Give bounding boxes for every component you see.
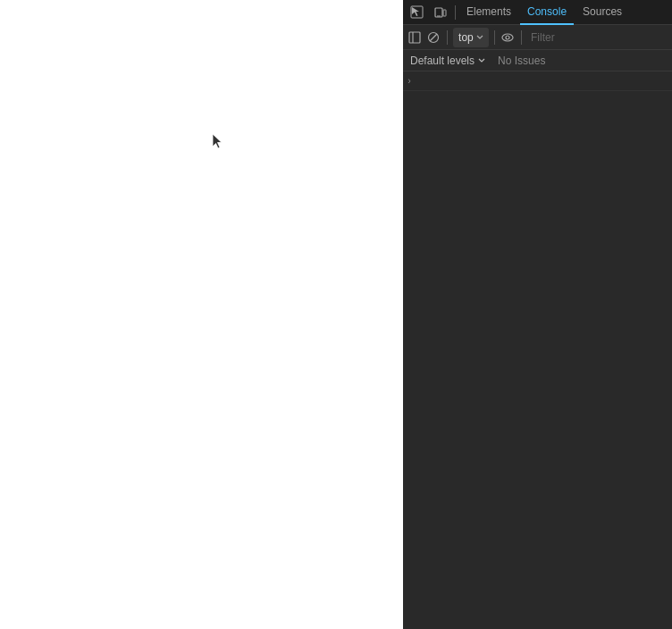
toolbar-separator-2: [494, 30, 495, 45]
watch-expressions-button[interactable]: [500, 28, 517, 47]
no-issues-label: No Issues: [498, 55, 545, 67]
svg-line-7: [430, 34, 437, 41]
top-frame-selector[interactable]: top: [453, 28, 489, 47]
browser-page: [0, 0, 403, 629]
svg-rect-4: [409, 32, 420, 43]
svg-point-8: [502, 34, 513, 41]
toolbar-separator-1: [447, 30, 448, 45]
console-levels-bar: Default levels No Issues: [403, 50, 672, 71]
top-frame-chevron-icon: [476, 35, 483, 40]
console-output[interactable]: ›: [403, 71, 672, 629]
levels-chevron-icon: [478, 58, 485, 63]
sources-tab-label: Sources: [583, 5, 622, 18]
console-toolbar: top: [403, 25, 672, 50]
devtools-tab-bar: Elements Console Sources: [403, 0, 672, 25]
toolbar-separator-3: [521, 30, 522, 45]
svg-rect-2: [443, 10, 446, 16]
cursor-icon: [213, 134, 225, 152]
sidebar-toggle-button[interactable]: [407, 28, 423, 47]
clear-console-button[interactable]: [426, 28, 442, 47]
console-chevron-icon[interactable]: ›: [407, 77, 412, 87]
filter-input[interactable]: [527, 29, 668, 46]
tab-elements[interactable]: Elements: [459, 0, 518, 25]
device-emulation-icon[interactable]: [430, 2, 451, 23]
default-levels-label: Default levels: [410, 55, 475, 67]
console-tab-label: Console: [527, 5, 567, 18]
elements-tab-label: Elements: [466, 5, 511, 18]
inspect-icon[interactable]: [407, 2, 428, 23]
tab-console[interactable]: Console: [520, 0, 574, 25]
default-levels-button[interactable]: Default levels: [410, 55, 485, 67]
devtools-panel: Elements Console Sources top: [403, 0, 672, 629]
top-frame-label: top: [458, 31, 474, 44]
tab-separator-1: [455, 5, 456, 20]
tab-sources[interactable]: Sources: [575, 0, 629, 25]
console-row: ›: [403, 73, 672, 91]
svg-point-9: [506, 36, 509, 39]
